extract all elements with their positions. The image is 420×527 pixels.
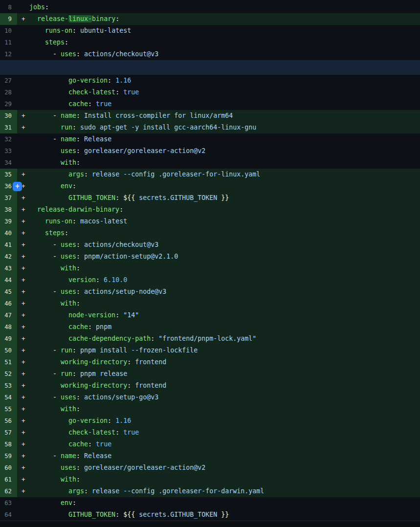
line-number[interactable]: 10	[0, 25, 17, 37]
line-number[interactable]: 51	[0, 356, 17, 368]
add-comment-button[interactable]: +	[13, 182, 22, 191]
line-number[interactable]: 63	[0, 497, 17, 509]
line-number[interactable]: 50	[0, 345, 17, 356]
code-line: cache: true	[29, 439, 420, 450]
line-number[interactable]: 37	[0, 192, 17, 204]
code-token: actions/setup-node@v3	[80, 288, 166, 295]
code-token: -	[29, 135, 61, 143]
line-number[interactable]: 57	[0, 427, 17, 439]
line-number[interactable]: 53	[0, 380, 17, 392]
code-token: runs-on	[29, 27, 72, 34]
code-token: :	[96, 276, 100, 284]
code-token: goreleaser/goreleaser-action@v2	[80, 464, 205, 471]
line-number[interactable]: 36+	[0, 180, 17, 192]
code-line: runs-on: ubuntu-latest	[29, 25, 420, 37]
line-number[interactable]: 52	[0, 368, 17, 380]
diff-row: 33 uses: goreleaser/goreleaser-action@v2	[0, 145, 420, 157]
expand-hidden-lines-row[interactable]	[0, 60, 420, 75]
code-token: :	[76, 112, 80, 119]
line-number[interactable]: 41	[0, 239, 17, 251]
code-line: go-version: 1.16	[29, 75, 420, 87]
code-token: actions/checkout@v3	[80, 50, 158, 58]
line-number[interactable]: 34	[0, 157, 17, 169]
line-number[interactable]: 27	[0, 75, 17, 87]
line-number[interactable]: 11	[0, 37, 17, 48]
diff-marker	[17, 98, 29, 110]
line-number[interactable]: 42	[0, 251, 17, 263]
diff-row: 59+ - name: Release	[0, 450, 420, 462]
line-number[interactable]: 8	[0, 1, 17, 13]
code-line: with:	[29, 263, 420, 274]
code-line: uses: goreleaser/goreleaser-action@v2	[29, 462, 420, 474]
code-token: GITHUB_TOKEN	[29, 511, 115, 518]
code-line: check-latest: true	[29, 427, 420, 439]
line-number[interactable]: 12	[0, 48, 17, 60]
line-number[interactable]: 44	[0, 274, 17, 286]
line-number[interactable]: 46	[0, 298, 17, 309]
line-number[interactable]: 58	[0, 439, 17, 450]
line-number[interactable]: 38	[0, 204, 17, 216]
code-line: steps:	[29, 37, 420, 48]
code-token: Release	[80, 452, 111, 460]
diff-row: 43+ with:	[0, 263, 420, 274]
line-number[interactable]: 43	[0, 263, 17, 274]
code-token: name	[61, 452, 76, 460]
code-token: :	[72, 27, 76, 34]
diff-marker: +	[17, 368, 29, 380]
line-number[interactable]: 28	[0, 87, 17, 98]
code-line: with:	[29, 403, 420, 415]
diff-marker: +	[17, 462, 29, 474]
diff-marker: +	[17, 192, 29, 204]
diff-row: 30+ - name: Install cross-compiler for l…	[0, 110, 420, 122]
code-token: goreleaser/goreleaser-action@v2	[80, 147, 205, 154]
line-number[interactable]: 54	[0, 392, 17, 403]
code-token: uses	[61, 50, 76, 58]
code-token: env	[29, 499, 72, 506]
code-token: pnpm	[92, 323, 111, 330]
diff-marker: +	[17, 298, 29, 309]
code-line: - uses: actions/setup-go@v3	[29, 392, 420, 403]
line-number[interactable]: 40	[0, 227, 17, 239]
code-token: version	[29, 276, 96, 284]
code-token: uses	[61, 288, 76, 295]
line-number[interactable]: 61	[0, 474, 17, 485]
diff-row: 11 steps:	[0, 37, 420, 48]
line-number[interactable]: 30	[0, 110, 17, 122]
diff-row: 48+ cache: pnpm	[0, 321, 420, 333]
line-number[interactable]: 9	[0, 13, 17, 25]
diff-row: 47+ node-version: "14"	[0, 309, 420, 321]
line-number[interactable]: 62	[0, 485, 17, 497]
line-number[interactable]: 31	[0, 122, 17, 133]
diff-row: 55+ with:	[0, 403, 420, 415]
line-number[interactable]: 35	[0, 169, 17, 180]
line-number[interactable]: 45	[0, 286, 17, 298]
line-number[interactable]: 32	[0, 133, 17, 145]
line-number[interactable]: 48	[0, 321, 17, 333]
code-token: args	[29, 171, 84, 178]
line-number[interactable]: 60	[0, 462, 17, 474]
code-token: with	[29, 300, 76, 307]
line-number[interactable]: 39	[0, 216, 17, 227]
diff-marker: +	[17, 110, 29, 122]
diff-row: 53+ working-directory: frontend	[0, 380, 420, 392]
diff-row: 64 GITHUB_TOKEN: ${{ secrets.GITHUB_TOKE…	[0, 509, 420, 521]
line-number[interactable]: 33	[0, 145, 17, 157]
diff-row: 50+ - run: pnpm install --frozen-lockfil…	[0, 345, 420, 356]
diff-row: 31+ run: sudo apt-get -y install gcc-aar…	[0, 122, 420, 133]
code-token: run	[29, 124, 72, 131]
line-number[interactable]: 47	[0, 309, 17, 321]
diff-marker: +	[17, 474, 29, 485]
code-token: uses	[61, 394, 76, 401]
line-number[interactable]: 59	[0, 450, 17, 462]
line-number[interactable]: 49	[0, 333, 17, 345]
diff-marker	[17, 25, 29, 37]
line-number[interactable]: 29	[0, 98, 17, 110]
line-number[interactable]: 56	[0, 415, 17, 427]
diff-row: 10 runs-on: ubuntu-latest	[0, 25, 420, 37]
code-token: args	[29, 487, 84, 495]
diff-marker	[17, 133, 29, 145]
diff-marker: +	[17, 263, 29, 274]
code-token: "14"	[119, 311, 139, 319]
line-number[interactable]: 64	[0, 509, 17, 521]
line-number[interactable]: 55	[0, 403, 17, 415]
